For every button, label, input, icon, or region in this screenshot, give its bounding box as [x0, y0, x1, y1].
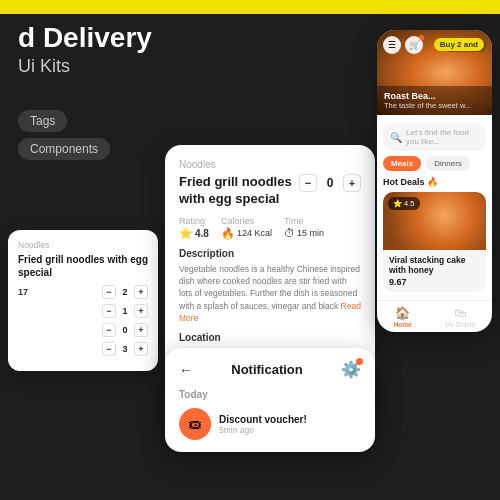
- description-text: Vegetable noodles is a healthy Chinese i…: [179, 263, 361, 325]
- meta-calories: Calories 🔥 124 Kcal: [221, 216, 272, 240]
- left-qty-minus-3[interactable]: −: [102, 323, 116, 337]
- location-label: Location: [179, 332, 361, 343]
- topbar-icons: ☰ 🛒: [383, 36, 423, 54]
- back-arrow[interactable]: ←: [179, 362, 193, 378]
- left-price-1: 17: [18, 287, 28, 297]
- left-qty-plus-2[interactable]: +: [134, 304, 148, 318]
- bottombar-home[interactable]: 🏠 Home: [394, 306, 412, 328]
- settings-badge: [356, 358, 363, 365]
- left-qty-plus-4[interactable]: +: [134, 342, 148, 356]
- rating-label: Rating: [179, 216, 209, 226]
- left-row-2: − 1 +: [18, 304, 148, 318]
- notification-header: ← Notification ⚙️: [179, 360, 361, 379]
- cart-icon-btn[interactable]: 🛒: [405, 36, 423, 54]
- home-icon: 🏠: [395, 306, 410, 320]
- clock-icon: ⏱: [284, 227, 295, 239]
- description-label: Description: [179, 248, 361, 259]
- left-qty-val-2: 1: [120, 306, 130, 316]
- left-qty-plus-3[interactable]: +: [134, 323, 148, 337]
- tag-components[interactable]: Components: [18, 138, 110, 160]
- hot-deals-icon: 🔥: [427, 177, 438, 187]
- rating-value: 4.8: [195, 228, 209, 239]
- meta-time: Time ⏱ 15 min: [284, 216, 324, 240]
- left-qty-val-4: 3: [120, 344, 130, 354]
- cat-meals[interactable]: Meals: [383, 156, 421, 171]
- app-subtitle: Ui Kits: [18, 56, 152, 77]
- phone-card: ☰ 🛒 San Die... Roast Bea... The taste of…: [377, 30, 492, 332]
- hero-overlay: Roast Bea... The taste of the sweet w...: [377, 86, 492, 115]
- notification-item: 🎟 Discount voucher! 5min ago: [179, 408, 361, 440]
- tag-tags[interactable]: Tags: [18, 110, 67, 132]
- menu-icon[interactable]: ☰: [383, 36, 401, 54]
- top-bar: [0, 0, 500, 14]
- calories-value: 124 Kcal: [237, 228, 272, 238]
- orders-label: My Orders: [445, 321, 475, 328]
- left-qty-minus-2[interactable]: −: [102, 304, 116, 318]
- main-category: Noodles: [179, 159, 361, 170]
- phone-hero-image: ☰ 🛒 San Die... Roast Bea... The taste of…: [377, 30, 492, 115]
- qty-plus[interactable]: +: [343, 174, 361, 192]
- fire-icon: 🔥: [221, 227, 235, 240]
- promo-badge: Buy 2 and: [434, 38, 484, 51]
- meta-rating: Rating ⭐ 4.8: [179, 216, 209, 240]
- notif-message: Discount voucher!: [219, 414, 361, 425]
- left-qty-val-1: 2: [120, 287, 130, 297]
- left-qty-ctrl-2: − 1 +: [102, 304, 148, 318]
- qty-value: 0: [323, 176, 337, 190]
- app-title: d Delivery: [18, 22, 152, 54]
- home-label: Home: [394, 321, 412, 328]
- left-row-1: 17 − 2 +: [18, 285, 148, 299]
- category-pills: Meals Dinners: [377, 156, 492, 171]
- notif-avatar: 🎟: [179, 408, 211, 440]
- left-row-4: − 3 +: [18, 342, 148, 356]
- main-title: Fried grill noodles with egg special: [179, 174, 299, 208]
- bottombar-orders[interactable]: 🛍 My Orders: [445, 306, 475, 328]
- left-row-3: − 0 +: [18, 323, 148, 337]
- left-qty-ctrl-1: − 2 +: [102, 285, 148, 299]
- notif-content: Discount voucher! 5min ago: [219, 414, 361, 435]
- left-qty-ctrl-4: − 3 +: [102, 342, 148, 356]
- hero-dish-title: Roast Bea...: [384, 91, 485, 101]
- left-rows: 17 − 2 + − 1 + − 0 +: [18, 285, 148, 356]
- today-label: Today: [179, 389, 361, 400]
- deal-name: Viral stacking cake with honey: [389, 255, 480, 275]
- left-tags: Tags Components: [18, 110, 110, 166]
- left-qty-plus-1[interactable]: +: [134, 285, 148, 299]
- left-mini-card: Noodles Fried grill noodles with egg spe…: [8, 230, 158, 371]
- qty-minus[interactable]: −: [299, 174, 317, 192]
- left-card-title: Fried grill noodles with egg special: [18, 253, 148, 279]
- phone-bottombar: 🏠 Home 🛍 My Orders: [377, 300, 492, 332]
- card-meta: Rating ⭐ 4.8 Calories 🔥 124 Kcal Time ⏱: [179, 216, 361, 240]
- deal-card: ⭐ 4.5 Viral stacking cake with honey 9.6…: [383, 192, 486, 292]
- hero-text-block: d Delivery Ui Kits: [18, 22, 152, 77]
- search-icon: 🔍: [390, 132, 402, 143]
- deal-price: 9.67: [389, 277, 480, 287]
- calories-label: Calories: [221, 216, 272, 226]
- star-icon: ⭐: [179, 227, 193, 240]
- left-qty-ctrl-3: − 0 +: [102, 323, 148, 337]
- hot-deals-label: Hot Deals 🔥: [377, 177, 492, 187]
- left-qty-minus-4[interactable]: −: [102, 342, 116, 356]
- left-card-category: Noodles: [18, 240, 148, 250]
- orders-icon: 🛍: [454, 306, 466, 320]
- notification-title: Notification: [231, 362, 303, 377]
- deal-image: ⭐ 4.5: [383, 192, 486, 250]
- left-qty-minus-1[interactable]: −: [102, 285, 116, 299]
- left-qty-val-3: 0: [120, 325, 130, 335]
- cat-dinners[interactable]: Dinners: [426, 156, 470, 171]
- settings-container: ⚙️: [341, 360, 361, 379]
- qty-row: − 0 +: [299, 174, 361, 192]
- time-value: 15 min: [297, 228, 324, 238]
- search-placeholder: Let's find the food you like...: [406, 128, 479, 146]
- deal-rating: ⭐ 4.5: [388, 197, 420, 210]
- notif-time: 5min ago: [219, 425, 361, 435]
- time-label: Time: [284, 216, 324, 226]
- deal-info: Viral stacking cake with honey 9.67: [383, 250, 486, 292]
- hero-dish-sub: The taste of the sweet w...: [384, 101, 485, 110]
- notification-card: ← Notification ⚙️ Today 🎟 Discount vouch…: [165, 348, 375, 452]
- phone-search[interactable]: 🔍 Let's find the food you like...: [383, 123, 486, 151]
